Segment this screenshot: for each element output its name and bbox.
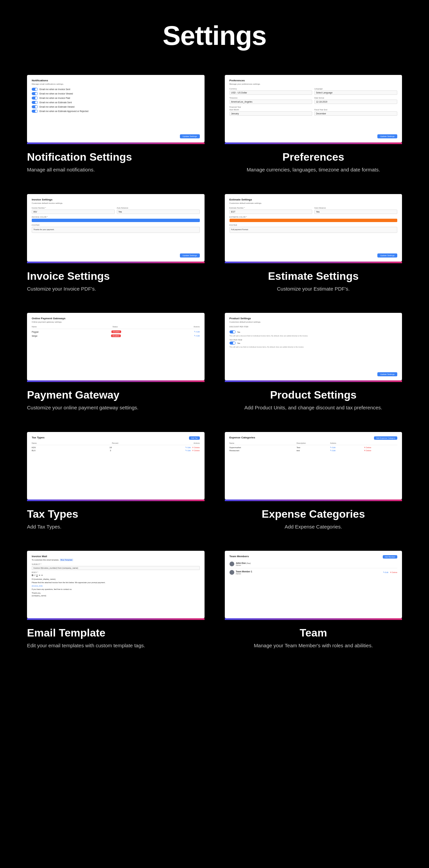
prev-est-btn: Update Settings bbox=[377, 253, 397, 257]
pref-start-month: Start Month January bbox=[230, 109, 313, 116]
exp-edit-restaurant: ✎ Edit bbox=[330, 450, 364, 452]
card-desc-expense-categories: Add Expense Categories. bbox=[285, 523, 342, 531]
prev-inv-title: Invoice Settings bbox=[32, 198, 200, 201]
exp-col-name: Name bbox=[230, 442, 297, 444]
card-desc-team: Manage your Team Member's with roles and… bbox=[254, 642, 373, 650]
email-preview-intro: To customize this email template, Blue T… bbox=[32, 559, 200, 562]
team-name-1: Team Member 1 bbox=[236, 570, 252, 573]
tax-del-bla: ✕ Delete bbox=[192, 450, 199, 452]
email-subject-value: Invoice #{invoice_number} from {company_… bbox=[32, 566, 200, 570]
card-email-template[interactable]: Invoice Mail To customize this email tem… bbox=[27, 551, 205, 650]
tax-actions-bla: ✎ Edit ✕ Delete bbox=[185, 450, 199, 452]
card-team[interactable]: Team Members Add Member John Doe (You) A… bbox=[225, 551, 402, 650]
card-desc-preferences: Manage currencies, languages, timezone a… bbox=[247, 166, 380, 174]
exp-name-restaurant: Restaurant bbox=[230, 450, 297, 452]
pg-col-status: Status bbox=[112, 326, 118, 328]
toggle-row-6: Email me when an Estimate Approved or Re… bbox=[32, 110, 200, 113]
page-header: Settings bbox=[0, 0, 429, 65]
team-header-row: Team Members Add Member bbox=[230, 555, 398, 559]
card-notification-settings[interactable]: Notifications Manage email notifications… bbox=[27, 75, 205, 174]
tax-row-kdv: KDV 18 ✎ Edit ✕ Delete bbox=[32, 446, 200, 449]
pref-language: Language Select Language bbox=[314, 88, 397, 95]
prev-tax-title: Tax Types bbox=[32, 436, 45, 439]
tax-name-bla: BLA bbox=[32, 450, 35, 452]
card-title-expense-categories: Expense Categories bbox=[225, 508, 402, 520]
team-avatar-1 bbox=[230, 570, 234, 575]
inv-footer-text: Thanks for your payment. bbox=[32, 227, 200, 233]
card-bar-1 bbox=[27, 142, 205, 144]
prev-pg-title: Online Payment Gateways bbox=[32, 317, 200, 320]
team-member-details-1: Team Member 1 Admin bbox=[236, 570, 252, 575]
tax-table-header: Name Percent Actions bbox=[32, 442, 200, 445]
card-bar-10 bbox=[225, 618, 402, 620]
preview-product-settings: Product Settings Customize default produ… bbox=[225, 313, 402, 380]
inv-footer-section: FOOTER Thanks for your payment. bbox=[32, 224, 200, 233]
toggle-icon-2 bbox=[32, 92, 38, 95]
prev-pref-subtitle: Manage your preferences settings. bbox=[230, 83, 398, 85]
preview-email-template: Invoice Mail To customize this email tem… bbox=[27, 551, 205, 618]
card-title-payment-gateway: Payment Gateway bbox=[27, 389, 205, 401]
card-bar-4 bbox=[225, 262, 402, 263]
preview-payment-gateway: Online Payment Gateways Online payment g… bbox=[27, 313, 205, 380]
email-ol-icon: ≡ bbox=[41, 574, 43, 576]
ps-tax-toggle-row: Yes bbox=[230, 342, 398, 345]
card-desc-product-settings: Add Product Units, and change discount a… bbox=[244, 404, 382, 412]
card-product-settings[interactable]: Product Settings Customize default produ… bbox=[225, 313, 402, 412]
team-divider bbox=[230, 568, 398, 568]
prev-team-title: Team Members bbox=[230, 555, 249, 558]
tax-row-bla: BLA 3 ✎ Edit ✕ Delete bbox=[32, 450, 200, 452]
email-body-label: BODY * bbox=[32, 571, 200, 573]
card-desc-notification-settings: Manage all email notifications. bbox=[27, 166, 205, 174]
email-template-link: Blue Template bbox=[60, 559, 74, 561]
toggle-icon-6 bbox=[32, 110, 38, 113]
card-estimate-settings[interactable]: Estimate Settings Customize default esti… bbox=[225, 194, 402, 293]
card-expense-categories[interactable]: Expense Categories Add Expense Category … bbox=[225, 432, 402, 531]
cards-grid: Notifications Manage email notifications… bbox=[0, 65, 429, 677]
prev-pg-subtitle: Online payment gateway settings. bbox=[32, 321, 200, 323]
toggle-row-1: Email me when an Invoice Sent bbox=[32, 88, 200, 91]
team-member-details-john: John Doe (You) Admin bbox=[236, 562, 251, 566]
prev-notif-btn: Update Settings bbox=[180, 134, 200, 138]
card-preferences[interactable]: Preferences Manage your preferences sett… bbox=[225, 75, 402, 174]
pref-date: Date format 12-18-2019 bbox=[314, 97, 397, 104]
team-member-info-john: John Doe (You) Admin bbox=[230, 562, 251, 566]
email-underline-icon: U bbox=[36, 574, 38, 576]
card-title-email-template: Email Template bbox=[27, 627, 205, 639]
inv-color-label: INVOICE COLOR * bbox=[32, 216, 200, 218]
pg-name-stripe: Stripe bbox=[32, 335, 37, 337]
ps-tax-label: TAX PER ITEM bbox=[230, 339, 398, 341]
pg-status-stripe: Disabled bbox=[111, 334, 121, 337]
inv-auto-field: Auto Advance Yes bbox=[117, 207, 200, 214]
prev-tax-add-btn: Add Tax bbox=[189, 436, 200, 440]
email-invoice-link: {invoice_link} bbox=[32, 585, 200, 587]
pg-status-paypal: Disabled bbox=[111, 330, 121, 333]
exp-del-supermarket: ✕ Delete bbox=[364, 446, 398, 449]
toggle-icon-4 bbox=[32, 101, 38, 104]
toggle-icon-3 bbox=[32, 97, 38, 100]
tax-del-kdv: ✕ Delete bbox=[192, 446, 199, 449]
tax-actions-kdv: ✎ Edit ✕ Delete bbox=[185, 446, 199, 449]
pref-grid: Currency USD - US Dollar Language Select… bbox=[230, 88, 398, 104]
prev-email-title: Invoice Mail bbox=[32, 555, 200, 558]
tax-name-kdv: KDV bbox=[32, 446, 36, 449]
email-italic-icon: I bbox=[34, 574, 35, 576]
email-subject-label: SUBJECT * bbox=[32, 563, 200, 565]
toggle-row-2: Email me when an Invoice Viewed bbox=[32, 92, 200, 95]
team-delete-1: ✕ Delete bbox=[390, 571, 397, 573]
pref-fy-label: Financial Year bbox=[230, 106, 398, 108]
est-footer-section: FOOTER Full payment Format bbox=[230, 224, 398, 233]
card-title-notification-settings: Notification Settings bbox=[27, 151, 205, 163]
card-title-estimate-settings: Estimate Settings bbox=[225, 270, 402, 282]
tax-pct-bla: 3 bbox=[110, 450, 111, 452]
prev-inv-subtitle: Customize default invoice settings. bbox=[32, 202, 200, 204]
est-footer-label: FOOTER bbox=[230, 224, 398, 226]
toggle-row-3: Email me when an Invoice Paid bbox=[32, 97, 200, 100]
ps-discount-yes: Yes bbox=[237, 331, 240, 333]
card-invoice-settings[interactable]: Invoice Settings Customize default invoi… bbox=[27, 194, 205, 293]
prev-pref-btn: Update Settings bbox=[377, 134, 397, 138]
exp-desc-supermarket: Test bbox=[297, 446, 330, 449]
card-tax-types[interactable]: Tax Types Add Tax Name Percent Actions K… bbox=[27, 432, 205, 531]
pref-timezone: Timezone America/Los_Angeles bbox=[230, 97, 313, 104]
prev-team-add-btn: Add Member bbox=[383, 555, 398, 559]
card-payment-gateway[interactable]: Online Payment Gateways Online payment g… bbox=[27, 313, 205, 412]
